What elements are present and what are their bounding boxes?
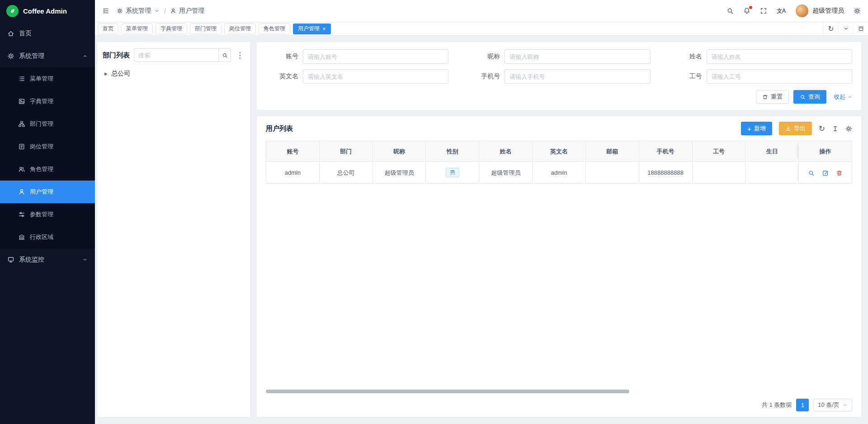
tab-user-mgmt[interactable]: 用户管理 × <box>293 24 331 34</box>
breadcrumb-user-mgmt[interactable]: 用户管理 <box>170 7 204 15</box>
breadcrumb-system-mgmt[interactable]: 系统管理 <box>117 7 160 15</box>
field-name: 姓名 <box>670 49 852 64</box>
app-title: Coffee Admin <box>23 7 67 15</box>
gear-icon <box>7 52 14 60</box>
sidebar-item-region[interactable]: 行政区域 <box>0 226 95 248</box>
sidebar-item-dict-mgmt[interactable]: 字典管理 <box>0 90 95 113</box>
tab-home[interactable]: 首页 <box>98 24 118 34</box>
delete-button[interactable] <box>836 170 843 176</box>
export-label: 导出 <box>794 124 806 133</box>
field-label: 英文名 <box>266 72 298 81</box>
account-input[interactable] <box>303 49 448 64</box>
sidebar-item-param-mgmt[interactable]: 参数管理 <box>0 203 95 226</box>
tree-node-head-office[interactable]: ▶ 总公司 <box>103 68 245 79</box>
user-menu[interactable]: 超级管理员 <box>795 4 844 18</box>
column-header: 账号 <box>266 141 320 162</box>
sidebar-item-user-mgmt[interactable]: 用户管理 <box>0 181 95 203</box>
sidebar-item-post-mgmt[interactable]: 岗位管理 <box>0 135 95 158</box>
app-logo[interactable]: Coffee Admin <box>0 0 95 22</box>
refresh-tab-button[interactable]: ↻ <box>823 22 838 35</box>
settings-button[interactable] <box>854 7 861 14</box>
table-row[interactable]: admin 总公司 超级管理员 男 超级管理员 admin 1888888888… <box>266 162 852 184</box>
gender-tag: 男 <box>446 168 459 178</box>
chevron-down-icon <box>843 26 849 32</box>
column-header: 工号 <box>692 141 745 162</box>
monitor-icon <box>7 256 14 263</box>
department-search-input[interactable] <box>134 48 218 62</box>
page-content: 部门列表 ⋮ ▶ 总公司 <box>95 36 868 424</box>
top-bar: 系统管理 / 用户管理 文A <box>95 0 868 22</box>
department-panel-header: 部门列表 ⋮ <box>103 48 245 62</box>
scrollbar-thumb[interactable] <box>266 390 629 393</box>
sidebar-item-role-mgmt[interactable]: 角色管理 <box>0 158 95 181</box>
tab-bar-tools: ↻ <box>823 22 868 35</box>
view-button[interactable] <box>808 170 815 176</box>
field-job-number: 工号 <box>670 69 852 84</box>
tab-menu-mgmt[interactable]: 菜单管理 <box>121 24 153 34</box>
department-search-button[interactable] <box>218 48 231 62</box>
tab-dict-mgmt[interactable]: 字典管理 <box>156 24 187 34</box>
column-header-actions: 操作 <box>799 141 852 162</box>
field-label: 姓名 <box>670 52 702 61</box>
sidebar-item-system-mgmt[interactable]: 系统管理 <box>0 45 95 67</box>
density-button[interactable] <box>832 125 839 132</box>
sidebar-item-label: 行政区域 <box>30 233 53 241</box>
department-search <box>134 48 231 62</box>
plus-icon: + <box>747 125 751 132</box>
field-account: 账号 <box>266 49 448 64</box>
search-form-actions: 重置 查询 收起 <box>266 90 852 104</box>
job-number-input[interactable] <box>707 69 852 84</box>
department-panel-title: 部门列表 <box>103 51 130 60</box>
sidebar-item-label: 部门管理 <box>30 120 53 128</box>
english-name-input[interactable] <box>303 69 448 84</box>
name-input[interactable] <box>707 49 852 64</box>
collapse-sidebar-button[interactable] <box>102 7 109 14</box>
column-header: 英文名 <box>533 141 586 162</box>
sidebar-item-menu-mgmt[interactable]: 菜单管理 <box>0 67 95 90</box>
table-settings-button[interactable] <box>845 125 852 132</box>
refresh-table-button[interactable]: ↻ <box>819 125 825 133</box>
tab-dept-mgmt[interactable]: 部门管理 <box>190 24 222 34</box>
page-number[interactable]: 1 <box>796 399 809 411</box>
content-fullscreen-button[interactable] <box>853 22 868 35</box>
language-button[interactable]: 文A <box>777 7 786 15</box>
page-size-select[interactable]: 10 条/页 <box>813 399 852 411</box>
sidebar-item-home[interactable]: 首页 <box>0 22 95 45</box>
edit-button[interactable] <box>822 170 829 176</box>
caret-right-icon[interactable]: ▶ <box>104 71 108 76</box>
add-user-button[interactable]: + 新增 <box>741 122 772 135</box>
reset-button[interactable]: 重置 <box>756 90 789 104</box>
sidebar-item-system-monitor[interactable]: 系统监控 <box>0 248 95 271</box>
chevron-down-icon <box>843 403 848 408</box>
notification-dot <box>749 6 752 9</box>
sidebar-item-label: 岗位管理 <box>30 143 53 151</box>
username: 超级管理员 <box>812 7 844 15</box>
gear-icon <box>845 125 852 132</box>
fullscreen-button[interactable] <box>760 7 767 14</box>
search-button[interactable] <box>726 7 734 14</box>
layout-square-icon <box>858 26 864 32</box>
tab-close-icon[interactable]: × <box>322 26 326 32</box>
main-area: 系统管理 / 用户管理 文A <box>95 0 868 424</box>
chevron-down-icon <box>82 257 88 262</box>
field-phone: 手机号 <box>467 69 650 84</box>
sidebar-item-label: 系统管理 <box>19 52 44 60</box>
download-icon <box>785 126 791 132</box>
tab-post-mgmt[interactable]: 岗位管理 <box>224 24 256 34</box>
parameter-sliders-icon <box>18 211 25 218</box>
more-options-icon[interactable]: ⋮ <box>235 52 245 59</box>
export-button[interactable]: 导出 <box>779 122 812 135</box>
column-header: 昵称 <box>373 141 426 162</box>
notifications-button[interactable] <box>743 7 750 14</box>
query-button[interactable]: 查询 <box>793 90 826 104</box>
tabs-dropdown-button[interactable] <box>838 22 853 35</box>
cell-gender: 男 <box>426 162 479 184</box>
collapse-form-link[interactable]: 收起 <box>834 93 852 101</box>
collapse-label: 收起 <box>834 93 845 101</box>
phone-input[interactable] <box>505 69 650 84</box>
sidebar-item-dept-mgmt[interactable]: 部门管理 <box>0 113 95 135</box>
cell-actions <box>799 162 852 184</box>
refresh-icon: ↻ <box>828 24 834 33</box>
tab-role-mgmt[interactable]: 角色管理 <box>259 24 290 34</box>
nickname-input[interactable] <box>505 49 650 64</box>
